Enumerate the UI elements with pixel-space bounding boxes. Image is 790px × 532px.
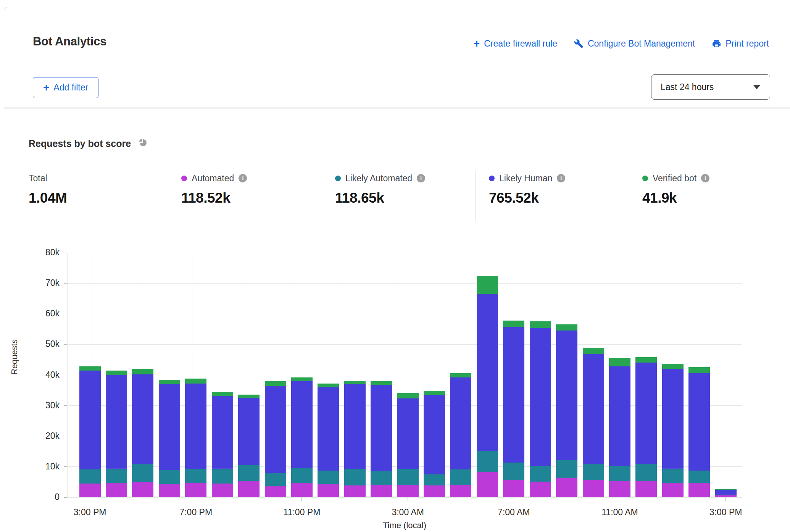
bar-segment-likely-human — [424, 395, 445, 474]
info-icon[interactable]: i — [701, 174, 709, 182]
y-tick-label: 30k — [33, 400, 60, 411]
bar-segment-verified-bot — [583, 348, 604, 354]
x-tick-label: 11:00 AM — [593, 507, 647, 517]
bar-segment-verified-bot — [556, 324, 577, 330]
bar-segment-likely-human — [397, 398, 419, 469]
bar-segment-likely-human — [238, 398, 260, 465]
time-range-select[interactable]: Last 24 hours — [651, 74, 770, 100]
bar-group — [450, 253, 471, 497]
bar-segment-likely-automated — [503, 463, 524, 480]
x-axis-title: Time (local) — [137, 521, 672, 530]
legend-value-verified-bot: 41.9k — [642, 190, 709, 206]
bar-segment-likely-automated — [715, 495, 737, 495]
legend-value-automated: 118.52k — [181, 190, 247, 206]
bar-segment-likely-automated — [344, 469, 366, 485]
bar-segment-automated — [132, 482, 153, 497]
bar-segment-verified-bot — [132, 369, 153, 374]
bar-segment-automated — [397, 485, 419, 497]
bar-group — [583, 253, 604, 497]
v-gridline — [367, 253, 367, 497]
bar-segment-automated — [503, 480, 524, 497]
wrench-icon — [574, 39, 584, 48]
bar-segment-verified-bot — [662, 364, 684, 369]
stat-total-label: Total — [29, 173, 47, 184]
bar-group — [530, 253, 551, 497]
info-icon[interactable]: i — [417, 174, 425, 182]
bar-segment-verified-bot — [318, 384, 339, 387]
bar-segment-likely-automated — [530, 466, 551, 482]
x-tick-mark — [90, 497, 90, 501]
x-tick-mark — [301, 497, 302, 501]
pie-chart-icon — [138, 137, 148, 150]
configure-bot-management-label: Configure Bot Management — [588, 39, 695, 49]
bar-group — [424, 253, 445, 497]
bar-segment-verified-bot — [424, 391, 445, 395]
bar-segment-likely-human — [609, 366, 630, 466]
x-tick-label: 3:00 PM — [699, 507, 753, 517]
legend-label-likely-automated: Likely Automated — [345, 173, 412, 184]
plus-icon: + — [474, 40, 480, 48]
bar-segment-automated — [688, 483, 710, 497]
v-gridline — [67, 253, 68, 497]
bar-segment-likely-automated — [609, 466, 630, 481]
bar-segment-likely-automated — [212, 469, 233, 484]
bar-group — [238, 253, 260, 497]
bar-segment-likely-automated — [185, 469, 206, 483]
bar-segment-automated — [185, 483, 206, 497]
stat-divider — [476, 171, 476, 221]
configure-bot-management-link[interactable]: Configure Bot Management — [574, 39, 695, 49]
bar-segment-automated — [318, 484, 339, 497]
bar-group — [159, 253, 180, 497]
create-firewall-rule-link[interactable]: + Create firewall rule — [474, 39, 557, 49]
info-icon[interactable]: i — [557, 174, 565, 182]
bar-segment-likely-human — [556, 330, 577, 460]
bar-segment-likely-automated — [662, 469, 684, 483]
bar-segment-likely-human — [265, 386, 286, 473]
legend-value-likely-human: 765.52k — [489, 190, 565, 206]
bar-segment-automated — [609, 481, 630, 497]
info-icon[interactable]: i — [239, 174, 247, 182]
add-filter-label: Add filter — [53, 82, 88, 93]
bar-group — [344, 253, 366, 497]
bar-segment-verified-bot — [477, 276, 498, 294]
bar-segment-automated — [79, 484, 101, 497]
x-tick-label: 11:00 PM — [275, 507, 329, 517]
bar-segment-likely-automated — [397, 469, 419, 485]
bar-segment-likely-human — [503, 327, 524, 463]
y-tick-label: 10k — [33, 461, 60, 472]
bar-segment-verified-bot — [212, 392, 233, 395]
stat-divider — [168, 171, 168, 221]
bar-segment-verified-bot — [530, 321, 551, 328]
print-report-link[interactable]: Print report — [712, 39, 769, 49]
bar-segment-automated — [424, 485, 445, 497]
add-filter-button[interactable]: + Add filter — [33, 77, 98, 98]
bar-segment-verified-bot — [397, 393, 419, 398]
y-tick-label: 50k — [33, 339, 60, 349]
bar-segment-likely-automated — [106, 469, 127, 483]
bar-segment-likely-automated — [477, 451, 498, 472]
section-title-row: Requests by bot score — [29, 137, 148, 150]
bar-group — [79, 253, 101, 497]
bar-segment-automated — [583, 480, 604, 497]
legend-dot-likely-automated — [335, 176, 341, 181]
x-tick-label: 7:00 PM — [169, 507, 222, 517]
bar-group — [477, 253, 498, 497]
legend-item-automated: Automated i 118.52k — [181, 172, 247, 206]
legend-label-verified-bot: Verified bot — [653, 173, 696, 184]
bar-segment-likely-human — [583, 354, 604, 464]
x-tick-mark — [620, 497, 620, 501]
bar-group — [503, 253, 524, 497]
bar-segment-likely-human — [477, 294, 498, 451]
bar-group — [397, 253, 419, 497]
bar-segment-likely-automated — [238, 465, 260, 481]
bar-segment-verified-bot — [450, 373, 471, 377]
bar-segment-verified-bot — [185, 379, 206, 383]
stat-total-value: 1.04M — [29, 190, 67, 206]
bar-segment-likely-human — [450, 377, 471, 469]
bar-group — [318, 253, 339, 497]
y-tick-label: 80k — [33, 247, 60, 258]
bar-segment-likely-automated — [371, 471, 392, 485]
bar-segment-likely-human — [132, 374, 153, 464]
bar-group — [635, 253, 657, 497]
bar-segment-likely-automated — [159, 470, 180, 484]
